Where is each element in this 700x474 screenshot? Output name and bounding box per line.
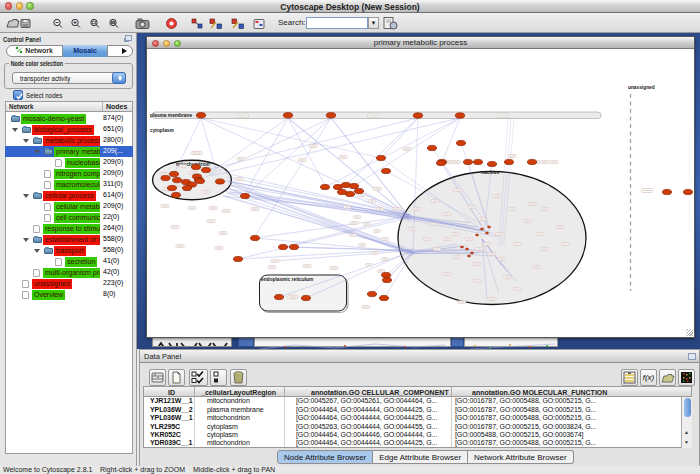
svg-text:cytoplasm: cytoplasm bbox=[150, 128, 174, 133]
svg-text:plasma membrane: plasma membrane bbox=[150, 113, 192, 118]
svg-text:unassigned: unassigned bbox=[628, 85, 655, 90]
svg-text:endoplasmic reticulum: endoplasmic reticulum bbox=[261, 277, 313, 282]
svg-text:nucleus: nucleus bbox=[481, 170, 499, 175]
